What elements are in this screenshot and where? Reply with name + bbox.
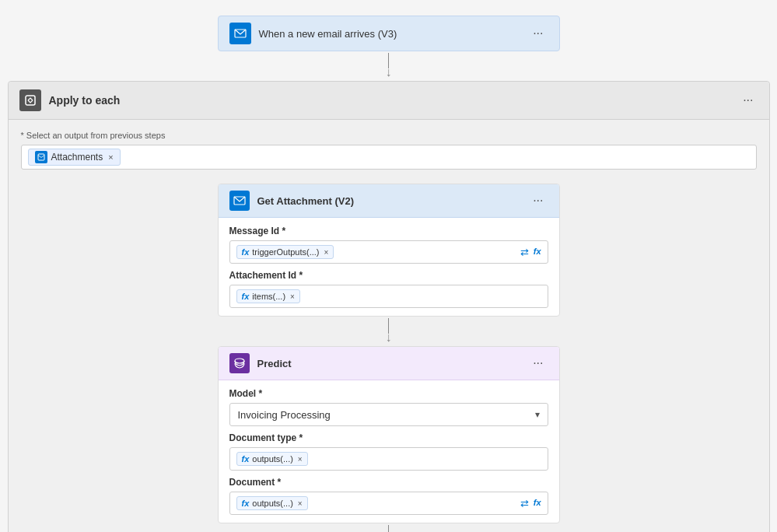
canvas: When a new email arrives (V3) ··· ↓ Appl… — [0, 0, 777, 532]
get-attachment-header-left: Get Attachment (V2) — [229, 191, 354, 211]
trigger-block: When a new email arrives (V3) ··· — [218, 16, 560, 51]
attachment-id-field[interactable]: fx items(...) × — [229, 285, 548, 308]
message-id-fx-btn[interactable]: fx — [534, 247, 541, 258]
arrow-connector-2: ↓ — [386, 318, 392, 345]
fx-icon-1: fx — [242, 247, 250, 257]
message-id-value-area: fx triggerOutputs(...) × — [236, 245, 334, 259]
get-attachment-body: Message Id * fx triggerOutputs(...) × ⇄ … — [219, 218, 559, 316]
attachment-tag: Attachments × — [28, 149, 121, 166]
predict-body: Model * Invoicing Processing ▾ Document … — [219, 380, 559, 523]
document-switch-icon[interactable]: ⇄ — [520, 498, 529, 509]
connector-line-3 — [388, 525, 389, 532]
arrow-connector-1: ↓ — [386, 53, 392, 79]
svg-point-4 — [235, 359, 244, 363]
document-label: Document * — [229, 477, 548, 488]
attachment-tag-label: Attachments — [51, 152, 103, 163]
select-label: * Select an output from previous steps — [21, 131, 757, 140]
document-field[interactable]: fx outputs(...) × ⇄ fx — [229, 492, 548, 515]
select-output-section: * Select an output from previous steps A… — [9, 120, 769, 176]
doc-type-pill-close[interactable]: × — [298, 455, 303, 464]
doc-type-label: Document type * — [229, 432, 548, 443]
get-attachment-ellipsis-button[interactable]: ··· — [528, 192, 548, 209]
message-id-actions: ⇄ fx — [520, 247, 541, 258]
arrow-down-icon: ↓ — [386, 65, 392, 79]
dropdown-arrow-icon: ▾ — [535, 409, 540, 420]
fx-icon-2: fx — [242, 292, 250, 301]
arrow-down-icon-2: ↓ — [386, 331, 392, 345]
model-value: Invoicing Processing — [238, 409, 331, 421]
fx-icon-3: fx — [242, 454, 250, 464]
inner-content: Get Attachment (V2) ··· Message Id * fx … — [9, 176, 769, 532]
predict-header: Predict ··· — [219, 347, 559, 380]
get-attachment-block: Get Attachment (V2) ··· Message Id * fx … — [218, 184, 560, 317]
model-label: Model * — [229, 388, 548, 399]
svg-rect-1 — [26, 96, 35, 105]
arrow-connector-3: ↓ — [386, 525, 392, 532]
predict-title: Predict — [257, 358, 292, 369]
document-fx-btn[interactable]: fx — [534, 498, 541, 509]
fx-icon-4: fx — [242, 499, 250, 508]
trigger-title: When a new email arrives (V3) — [259, 28, 397, 40]
trigger-left: When a new email arrives (V3) — [229, 23, 397, 44]
message-id-field[interactable]: fx triggerOutputs(...) × ⇄ fx — [229, 240, 548, 264]
document-value: outputs(...) — [252, 499, 293, 508]
attachment-tag-icon — [35, 151, 47, 163]
trigger-ellipsis-button[interactable]: ··· — [528, 25, 548, 42]
document-value-area: fx outputs(...) × — [236, 496, 308, 510]
message-id-pill-close[interactable]: × — [324, 248, 328, 257]
message-id-value: triggerOutputs(...) — [252, 247, 319, 257]
attachment-id-pill-close[interactable]: × — [290, 292, 295, 301]
attachment-tag-close[interactable]: × — [108, 152, 113, 162]
doc-type-value: outputs(...) — [252, 454, 293, 464]
apply-each-label: Apply to each — [49, 94, 121, 107]
get-attachment-header: Get Attachment (V2) ··· — [219, 184, 559, 218]
message-id-switch-icon[interactable]: ⇄ — [520, 247, 529, 258]
apply-each-title: Apply to each — [19, 89, 121, 111]
doc-type-pill: fx outputs(...) × — [236, 452, 308, 466]
get-attachment-title: Get Attachment (V2) — [257, 195, 354, 207]
attachment-id-pill: fx items(...) × — [236, 289, 300, 303]
apply-each-header: Apply to each ··· — [9, 82, 769, 120]
outlook-icon-1 — [229, 191, 250, 211]
apply-each-container: Apply to each ··· * Select an output fro… — [8, 81, 770, 532]
apply-each-ellipsis-button[interactable]: ··· — [738, 92, 758, 109]
document-pill: fx outputs(...) × — [236, 496, 308, 510]
predict-block: Predict ··· Model * Invoicing Processing… — [218, 346, 560, 523]
model-dropdown[interactable]: Invoicing Processing ▾ — [229, 403, 548, 426]
attachment-id-label: Attachement Id * — [229, 270, 548, 281]
document-actions: ⇄ fx — [520, 498, 541, 509]
loop-icon — [19, 89, 41, 111]
document-pill-close[interactable]: × — [298, 499, 303, 508]
predict-header-left: Predict — [229, 353, 292, 373]
attachment-id-value: items(...) — [252, 292, 285, 301]
message-id-pill: fx triggerOutputs(...) × — [236, 245, 334, 259]
attachments-input[interactable]: Attachments × — [21, 145, 757, 170]
predict-ellipsis-button[interactable]: ··· — [528, 355, 548, 372]
message-id-label: Message Id * — [229, 226, 548, 236]
doc-type-field[interactable]: fx outputs(...) × — [229, 447, 548, 471]
email-icon — [229, 23, 251, 44]
predict-icon — [229, 353, 250, 373]
